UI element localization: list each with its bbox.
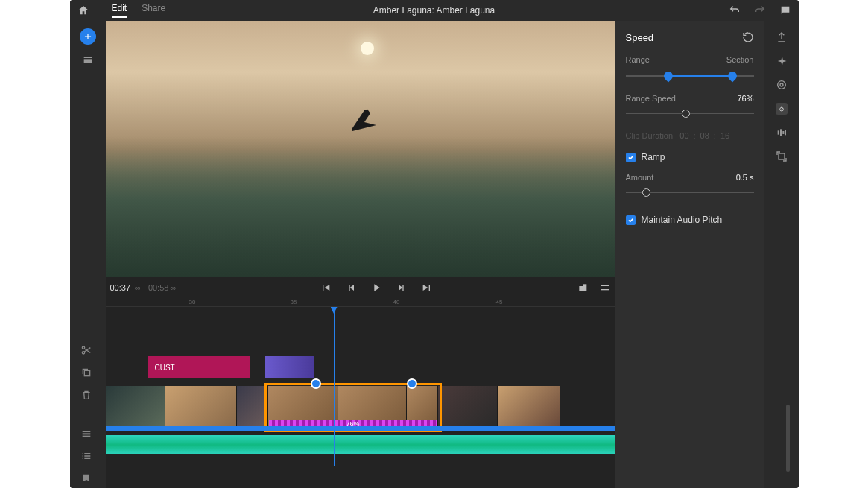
clip-thumb[interactable] xyxy=(338,386,407,426)
duplicate-icon[interactable] xyxy=(80,367,92,378)
scissors-icon[interactable] xyxy=(80,344,92,356)
undo-icon[interactable] xyxy=(729,4,741,16)
range-speed-value: 76% xyxy=(737,94,753,103)
timeline[interactable]: 30 35 40 45 CUST xyxy=(106,298,615,488)
range-start-thumb[interactable] xyxy=(662,70,675,83)
svg-rect-0 xyxy=(83,57,92,58)
amount-value: 0.5 s xyxy=(736,173,754,182)
speed-tool-icon[interactable] xyxy=(776,103,788,115)
tab-edit[interactable]: Edit xyxy=(112,3,127,18)
reset-icon[interactable] xyxy=(742,31,754,43)
clip-thumb[interactable] xyxy=(268,386,338,426)
svg-rect-3 xyxy=(583,284,586,291)
ruler-tick: 35 xyxy=(291,299,297,305)
duration-time: 00:58 xyxy=(148,283,169,292)
range-speed-label: Range Speed xyxy=(626,94,676,103)
audio-icon[interactable] xyxy=(776,127,788,139)
clip-thumb[interactable] xyxy=(106,386,165,426)
current-time: 00:37 xyxy=(110,283,131,292)
svg-rect-11 xyxy=(82,436,90,437)
step-back-icon[interactable] xyxy=(345,282,357,294)
comment-icon[interactable] xyxy=(779,4,791,16)
speed-range-end-handle[interactable] xyxy=(407,378,417,389)
project-panel-icon[interactable] xyxy=(82,54,94,66)
project-title: Amber Laguna: Amber Laguna xyxy=(373,5,495,16)
svg-rect-5 xyxy=(601,289,609,290)
redo-icon[interactable] xyxy=(754,4,766,16)
ruler-tick: 40 xyxy=(393,299,400,305)
step-forward-icon[interactable] xyxy=(396,282,408,294)
pitch-checkbox[interactable] xyxy=(626,215,636,225)
fullscreen-icon[interactable] xyxy=(577,282,589,294)
scrollbar[interactable] xyxy=(786,405,790,472)
range-speed-slider[interactable] xyxy=(626,107,754,121)
svg-rect-1 xyxy=(83,59,92,63)
svg-rect-19 xyxy=(779,153,785,159)
trash-icon[interactable] xyxy=(80,389,92,401)
svg-rect-10 xyxy=(82,433,90,434)
right-toolbar xyxy=(764,21,799,488)
panel-title: Speed xyxy=(626,32,654,43)
svg-point-13 xyxy=(780,83,783,86)
clip-thumb[interactable] xyxy=(498,386,560,426)
home-icon[interactable] xyxy=(77,4,89,16)
video-preview[interactable] xyxy=(106,21,615,277)
transform-icon[interactable] xyxy=(776,150,788,162)
top-bar: Edit Share Amber Laguna: Amber Laguna xyxy=(70,0,799,21)
tab-share[interactable]: Share xyxy=(142,3,165,18)
ruler-tick: 45 xyxy=(496,299,503,305)
video-track-base xyxy=(106,426,615,431)
title-clip[interactable]: CUST xyxy=(148,356,250,378)
go-end-icon[interactable] xyxy=(421,282,433,294)
amount-label: Amount xyxy=(626,173,654,182)
clip-thumb[interactable] xyxy=(407,386,438,426)
effects-icon[interactable] xyxy=(776,55,788,67)
ramp-label: Ramp xyxy=(642,152,665,162)
clip-thumb[interactable] xyxy=(438,386,498,426)
section-label[interactable]: Section xyxy=(726,55,754,64)
amount-slider[interactable] xyxy=(626,186,754,200)
audio-track[interactable] xyxy=(106,435,615,454)
range-speed-thumb[interactable] xyxy=(682,110,690,118)
loop-icon-2[interactable]: ∞ xyxy=(170,283,176,292)
amount-thumb[interactable] xyxy=(642,188,650,197)
range-end-thumb[interactable] xyxy=(726,70,739,83)
clip-duration-row: Clip Duration 00:08:16 xyxy=(626,131,754,140)
svg-rect-9 xyxy=(82,431,90,432)
video-track[interactable] xyxy=(106,386,615,426)
loop-icon[interactable]: ∞ xyxy=(135,283,141,292)
list-icon[interactable] xyxy=(80,450,92,462)
svg-rect-15 xyxy=(777,130,779,134)
range-label: Range xyxy=(626,55,650,64)
svg-rect-16 xyxy=(780,129,782,136)
options-icon[interactable] xyxy=(599,282,611,294)
svg-point-6 xyxy=(82,346,84,349)
transport-bar: 00:37 ∞ 00:58 ∞ xyxy=(106,277,615,298)
svg-rect-8 xyxy=(84,370,89,375)
add-button[interactable] xyxy=(80,28,96,45)
marker-icon[interactable] xyxy=(80,472,92,484)
speed-range-start-handle[interactable] xyxy=(311,378,321,389)
clip-thumb[interactable] xyxy=(165,386,237,426)
playhead[interactable] xyxy=(334,307,335,466)
ruler-tick: 30 xyxy=(189,299,196,305)
color-icon[interactable] xyxy=(776,79,788,91)
export-icon[interactable] xyxy=(776,31,788,43)
pitch-label: Maintain Audio Pitch xyxy=(642,215,723,225)
ramp-checkbox[interactable] xyxy=(626,153,636,162)
timeline-ruler[interactable]: 30 35 40 45 xyxy=(106,298,615,307)
go-start-icon[interactable] xyxy=(320,282,332,294)
clip-thumb[interactable] xyxy=(237,386,268,426)
expand-tracks-icon[interactable] xyxy=(80,428,92,440)
svg-rect-17 xyxy=(782,131,784,134)
svg-point-7 xyxy=(82,352,84,354)
speed-panel: Speed Range Section Range Speed 76% xyxy=(615,21,764,488)
range-slider[interactable] xyxy=(626,69,754,83)
svg-point-12 xyxy=(777,81,785,89)
svg-rect-4 xyxy=(601,285,609,286)
play-icon[interactable] xyxy=(370,282,382,294)
svg-rect-2 xyxy=(579,286,583,291)
overlay-clip[interactable] xyxy=(265,356,314,378)
svg-rect-18 xyxy=(785,130,785,136)
